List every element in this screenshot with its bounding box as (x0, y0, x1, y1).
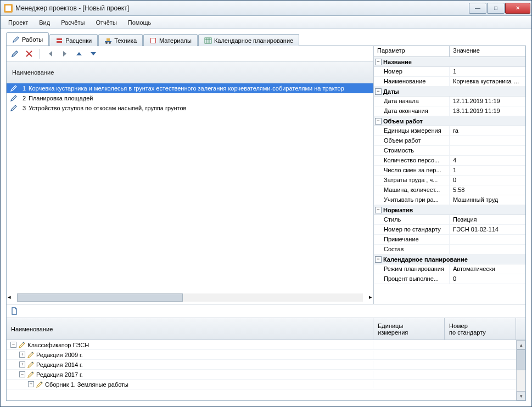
h-scrollbar[interactable]: ◂ ▸ (8, 293, 372, 303)
tree-row[interactable]: +Редакция 2014 г. (7, 360, 516, 370)
scroll-left-icon[interactable]: ◂ (8, 293, 11, 301)
titlebar[interactable]: Менеджер проектов - [Новый проект] — □ ✕ (1, 1, 531, 16)
classifier-header: Наименование Единицы измерения Номер по … (7, 318, 525, 340)
collapse-icon[interactable]: − (375, 256, 382, 263)
svg-rect-7 (151, 38, 155, 43)
scroll-right-icon[interactable]: ▸ (369, 293, 372, 301)
menu-view[interactable]: Вид (33, 18, 55, 27)
menu-help[interactable]: Помощь (122, 18, 157, 27)
tab-0[interactable]: Работы (6, 32, 49, 46)
work-row[interactable]: 1Корчевка кустарника и мелколесья в грун… (7, 83, 373, 93)
collapse-icon[interactable]: − (375, 59, 382, 65)
prop-row[interactable]: Дата начала12.11.2019 11:19 (374, 97, 525, 106)
collapse-icon[interactable]: − (375, 88, 382, 95)
prop-value[interactable]: 12.11.2019 11:19 (450, 97, 525, 106)
prop-row[interactable]: Количество персо...4 (374, 156, 525, 166)
prop-value[interactable]: 5.58 (450, 185, 525, 195)
delete-button[interactable] (24, 49, 34, 59)
prop-value[interactable] (450, 245, 525, 254)
maximize-button[interactable]: □ (487, 3, 505, 14)
scroll-thumb[interactable] (17, 293, 183, 302)
tab-4[interactable]: Календарное планирование (198, 34, 299, 46)
classifier-tree: −Классификатор ГЭСН+Редакция 2009 г.+Ред… (7, 340, 516, 400)
document-icon[interactable] (10, 307, 19, 315)
prop-group[interactable]: −Даты (374, 87, 525, 97)
prop-value[interactable]: 1 (450, 166, 525, 175)
prop-value[interactable]: Автоматически (450, 264, 525, 274)
prop-value[interactable]: 13.11.2019 11:19 (450, 106, 525, 116)
minimize-button[interactable]: — (469, 3, 486, 14)
prop-value[interactable]: Машинный труд (450, 195, 525, 205)
tab-3[interactable]: Материалы (143, 34, 198, 46)
collapse-icon[interactable]: − (375, 118, 382, 125)
prop-value[interactable]: га (450, 126, 525, 135)
prop-value[interactable]: 0 (450, 274, 525, 284)
prop-key: Дата начала (374, 97, 450, 106)
col-classifier-std[interactable]: Номер по стандарту (445, 318, 516, 340)
prop-row[interactable]: СтильПозиция (374, 215, 525, 225)
prop-row[interactable]: Номер1 (374, 67, 525, 77)
prop-row[interactable]: Затраты труда , ч...0 (374, 176, 525, 185)
prop-row[interactable]: Объем работ (374, 136, 525, 146)
expander-icon[interactable]: + (19, 352, 25, 358)
expander-icon[interactable]: − (10, 342, 16, 348)
prop-value[interactable]: Корчевка кустарника и ... (450, 77, 525, 86)
prop-row[interactable]: Примечание (374, 235, 525, 245)
prop-group[interactable]: −Название (374, 57, 525, 67)
prop-row[interactable]: Учитывать при ра...Машинный труд (374, 195, 525, 205)
col-classifier-name[interactable]: Наименование (7, 318, 373, 340)
nav-up-button[interactable] (74, 49, 84, 59)
prop-value[interactable]: ГЭСН 01-02-114 (450, 225, 525, 234)
prop-row[interactable]: Номер по стандартуГЭСН 01-02-114 (374, 225, 525, 235)
menu-calc[interactable]: Расчёты (55, 18, 90, 27)
prop-value[interactable] (450, 146, 525, 155)
props-col-param[interactable]: Параметр (374, 46, 450, 56)
prop-value[interactable]: 0 (450, 176, 525, 185)
tree-row[interactable]: +Редакция 2009 г. (7, 350, 516, 360)
scroll-thumb-v[interactable] (517, 349, 525, 370)
prop-row[interactable]: Стоимость (374, 146, 525, 156)
expander-icon[interactable]: + (28, 381, 34, 387)
nav-down-button[interactable] (88, 49, 98, 59)
prop-group[interactable]: −Норматив (374, 205, 525, 215)
tree-row[interactable]: +Сборник 1. Земляные работы (7, 380, 516, 389)
collapse-icon[interactable]: − (375, 207, 382, 213)
scroll-down-icon[interactable]: ▾ (517, 391, 525, 400)
close-button[interactable]: ✕ (505, 3, 530, 14)
prop-value[interactable]: 4 (450, 156, 525, 165)
prop-value[interactable]: 1 (450, 67, 525, 76)
col-classifier-unit[interactable]: Единицы измерения (373, 318, 445, 340)
edit-button[interactable] (10, 49, 20, 59)
props-col-value[interactable]: Значение (450, 46, 525, 56)
tab-1[interactable]: Расценки (49, 34, 98, 46)
tree-row[interactable]: −Классификатор ГЭСН (7, 340, 516, 350)
app-window: Менеджер проектов - [Новый проект] — □ ✕… (0, 0, 532, 407)
prop-row[interactable]: НаименованиеКорчевка кустарника и ... (374, 77, 525, 87)
expander-icon[interactable]: + (19, 361, 25, 368)
prop-row[interactable]: Состав (374, 245, 525, 255)
prop-value[interactable] (450, 136, 525, 145)
prop-row[interactable]: Число смен за пер...1 (374, 166, 525, 176)
works-grid-header[interactable]: Наименование (7, 61, 373, 83)
prop-row[interactable]: Машина, количест...5.58 (374, 185, 525, 195)
prop-value[interactable] (450, 235, 525, 244)
prop-row[interactable]: Дата окончания13.11.2019 11:19 (374, 106, 525, 116)
tab-2[interactable]: Техника (98, 34, 143, 46)
prop-group[interactable]: −Календарное планирование (374, 255, 525, 264)
prop-row[interactable]: Процент выполне...0 (374, 274, 525, 284)
menu-project[interactable]: Проект (3, 18, 33, 27)
nav-first-button[interactable] (46, 49, 55, 59)
nav-next-button[interactable] (60, 49, 70, 59)
menu-reports[interactable]: Отчёты (90, 18, 122, 27)
work-row[interactable]: 3Устройство уступов по откосам насыпей, … (7, 103, 373, 113)
prop-row[interactable]: Режим планированияАвтоматически (374, 264, 525, 274)
expander-icon[interactable]: − (19, 371, 25, 377)
tree-row[interactable]: −Редакция 2017 г. (7, 370, 516, 380)
scroll-up-icon[interactable]: ▴ (517, 340, 525, 349)
prop-group[interactable]: −Объем работ (374, 116, 525, 126)
prop-row[interactable]: Единицы измеренияга (374, 126, 525, 136)
v-scrollbar[interactable]: ▴ ▾ (516, 340, 525, 400)
prop-key: Затраты труда , ч... (374, 176, 450, 185)
work-row[interactable]: 2Планировка площадей (7, 93, 373, 103)
prop-value[interactable]: Позиция (450, 215, 525, 224)
